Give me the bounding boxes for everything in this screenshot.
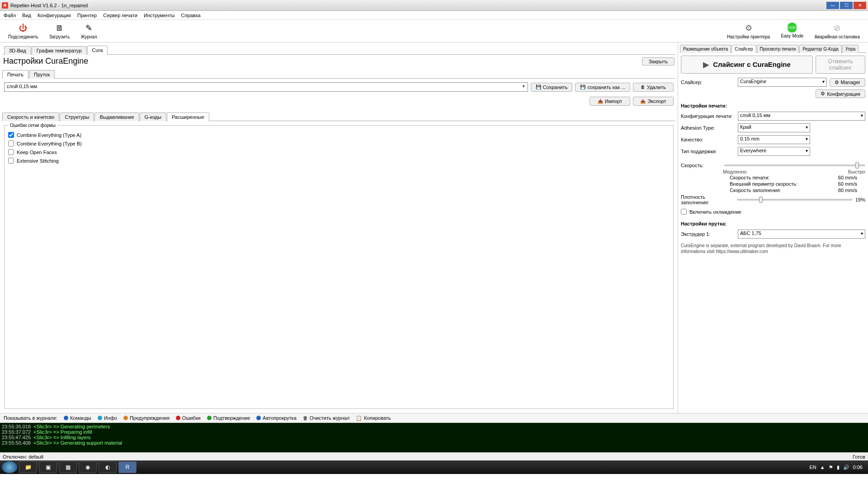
easy-mode-button[interactable]: EASY Easy Mode — [775, 22, 809, 40]
filter-autoscroll[interactable]: Автопрокрутка — [256, 415, 297, 421]
clear-log-button[interactable]: 🗑Очистить журнал — [303, 415, 350, 421]
delete-button[interactable]: 🗑Удалить — [633, 83, 674, 92]
export-label: Экспорт — [647, 99, 666, 104]
task-repetier[interactable]: R — [118, 461, 137, 473]
rtab-gcode-editor[interactable]: Редактор G-Кода — [799, 45, 842, 53]
save-as-button[interactable]: 💾сохранить как ... — [575, 83, 630, 92]
subtab-print[interactable]: Печать — [2, 70, 28, 79]
menu-config[interactable]: Конфигурация — [38, 13, 71, 18]
infill-speed-value: 80 mm/s — [838, 188, 857, 193]
minimize-button[interactable]: — — [826, 2, 839, 9]
menu-view[interactable]: Вид — [22, 13, 31, 18]
task-media[interactable]: ▣ — [39, 461, 57, 473]
advtab-gcodes[interactable]: G-коды — [140, 113, 166, 121]
export-icon: 📤 — [640, 99, 646, 104]
print-config-select[interactable]: слой 0,15 мм — [738, 112, 865, 121]
profile-dropdown[interactable]: слой 0,15 мм — [4, 82, 528, 92]
filter-commands[interactable]: Команды — [64, 415, 91, 421]
sub-tabs: Печать Пруток — [2, 70, 675, 79]
toolbar: ⏻ Подсоединить 🗎 Загрузить ✎ Журнал ⚙ На… — [0, 20, 868, 42]
speed-slider[interactable] — [724, 164, 865, 166]
tray-lang[interactable]: EN — [809, 465, 816, 470]
gear-config-icon: ⚙ — [821, 91, 825, 97]
save-button[interactable]: 💾Сохранить — [531, 83, 573, 92]
tab-tempgraph[interactable]: График температур — [32, 46, 87, 55]
advtab-speed[interactable]: Скорость и качетсво — [2, 113, 59, 121]
menu-printer[interactable]: Принтер — [77, 13, 97, 18]
status-left: Отключен: default — [3, 454, 43, 460]
infill-speed-label: Скорость заполнения: — [730, 188, 781, 193]
rtab-placement[interactable]: Размещение объекта — [680, 45, 731, 53]
task-explorer[interactable]: 📁 — [19, 461, 37, 473]
extruder-select[interactable]: АБС 1,75 — [738, 230, 865, 239]
check-open-faces[interactable] — [8, 149, 14, 155]
menu-help[interactable]: Справка — [181, 13, 200, 18]
subtab-filament[interactable]: Пруток — [29, 70, 55, 79]
tab-cura[interactable]: Cura — [87, 46, 108, 55]
task-chrome[interactable]: ◐ — [99, 461, 117, 473]
task-app3[interactable]: ▦ — [59, 461, 77, 473]
menu-tools[interactable]: Инструменты — [144, 13, 175, 18]
task-app4[interactable]: ◉ — [79, 461, 97, 473]
log-line: 23:55:50.408 <Slic3r> => Generating supp… — [2, 440, 866, 446]
menu-printserver[interactable]: Сервер печати — [103, 13, 137, 18]
volume-icon[interactable]: 🔊 — [843, 465, 849, 470]
adhesion-select[interactable]: Край — [738, 123, 810, 132]
cura-note: CuraEngine is separate, external program… — [680, 240, 866, 257]
tray-clock[interactable]: 0:06 — [853, 465, 863, 470]
taskbar: 📁 ▣ ▦ ◉ ◐ R EN ▲ ⚑ ▮ 🔊 0:06 — [0, 460, 868, 474]
export-button[interactable]: 📤Экспорт — [633, 97, 674, 106]
check-stitching[interactable] — [8, 158, 14, 164]
emergency-stop-button[interactable]: ⊘ Аварийная остановка — [809, 22, 865, 40]
log-area[interactable]: 23:55:35.018 <Slic3r> => Generating peri… — [0, 423, 868, 452]
import-button[interactable]: 📥Импорт — [590, 97, 630, 106]
printer-settings-button[interactable]: ⚙ Настройки принтера — [722, 22, 775, 40]
filter-errors[interactable]: Ошибки — [176, 415, 201, 421]
support-select[interactable]: Everywhere — [738, 147, 810, 156]
start-button[interactable] — [2, 461, 17, 473]
check-combine-a[interactable] — [8, 132, 14, 138]
advtab-extrusion[interactable]: Выдавливание — [94, 113, 139, 121]
connect-button[interactable]: ⏻ Подсоединить — [3, 22, 44, 40]
check-combine-b[interactable] — [8, 141, 14, 146]
titlebar: R Repetier-Host V1.6.2 - 1n_repaired — ☐… — [0, 0, 868, 11]
log-button[interactable]: ✎ Журнал — [75, 22, 103, 40]
pencil-icon: ✎ — [84, 23, 94, 33]
slicer-select[interactable]: CuraEngine — [738, 78, 827, 87]
configuration-button[interactable]: ⚙Конфигурация — [816, 89, 865, 98]
rtab-manage[interactable]: Упра — [842, 45, 859, 53]
flag-icon[interactable]: ⚑ — [829, 465, 833, 470]
rtab-preview[interactable]: Просмотр печати — [757, 45, 799, 53]
close-window-button[interactable]: ✕ — [854, 2, 866, 9]
rtab-slicer[interactable]: Слайсер — [731, 45, 756, 53]
cancel-slice-button[interactable]: Отменить слайсинг — [816, 56, 865, 74]
dot-icon — [207, 416, 212, 420]
filter-info[interactable]: Инфо — [98, 415, 117, 421]
maximize-button[interactable]: ☐ — [840, 2, 853, 9]
perim-speed-value: 60 mm/s — [838, 181, 857, 187]
menu-file[interactable]: Файл — [4, 13, 16, 18]
manager-button[interactable]: ⚙Manager — [830, 78, 865, 87]
log-filter-label: Показывать в журнале: — [4, 415, 57, 421]
speed-label: Скорость: — [681, 163, 722, 168]
tab-3dview[interactable]: 3D-Вид — [4, 46, 31, 55]
log-filter-bar: Показывать в журнале: Команды Инфо Преду… — [0, 413, 868, 423]
play-icon: ▶ — [703, 60, 709, 70]
cooling-checkbox[interactable] — [681, 209, 687, 215]
tray-up-icon[interactable]: ▲ — [820, 465, 825, 470]
advtab-structures[interactable]: Структуры — [60, 113, 94, 121]
advtab-advanced[interactable]: Расширенные — [167, 113, 209, 121]
filter-ack[interactable]: Подтверждение — [207, 415, 250, 421]
load-label: Загрузить — [49, 34, 70, 39]
close-settings-button[interactable]: Закрыть — [642, 57, 675, 66]
quality-select[interactable]: 0.15 mm — [738, 135, 810, 144]
filter-warnings[interactable]: Предупреждения — [123, 415, 170, 421]
network-icon[interactable]: ▮ — [837, 465, 840, 470]
copy-log-button[interactable]: 📋Копировать — [356, 415, 391, 421]
density-slider[interactable] — [737, 199, 853, 201]
load-button[interactable]: 🗎 Загрузить — [44, 22, 75, 40]
import-icon: 📥 — [598, 99, 603, 104]
slice-button[interactable]: ▶ Слайсинг с CuraEngine — [681, 56, 813, 74]
check-stitching-label: Extensive Stitching — [17, 158, 59, 164]
system-tray: EN ▲ ⚑ ▮ 🔊 0:06 — [809, 465, 866, 470]
